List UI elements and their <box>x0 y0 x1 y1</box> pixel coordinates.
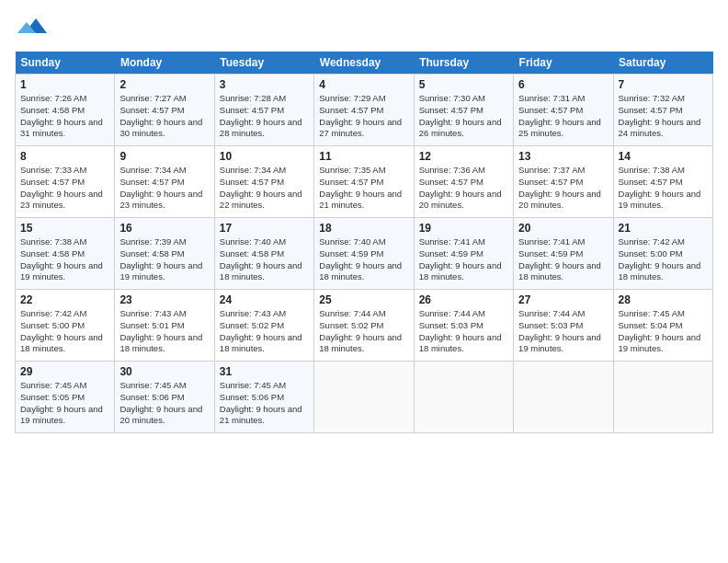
day-info: Sunrise: 7:29 AMSunset: 4:57 PMDaylight:… <box>319 93 408 140</box>
calendar-cell <box>314 362 414 433</box>
calendar-cell: 2Sunrise: 7:27 AMSunset: 4:57 PMDaylight… <box>115 75 214 146</box>
day-number: 7 <box>619 78 708 91</box>
day-number: 13 <box>518 150 608 163</box>
day-number: 18 <box>319 222 408 235</box>
day-info: Sunrise: 7:42 AMSunset: 5:00 PMDaylight:… <box>20 308 109 355</box>
weekday-wednesday: Wednesday <box>314 52 414 75</box>
day-info: Sunrise: 7:42 AMSunset: 5:00 PMDaylight:… <box>619 236 708 283</box>
day-number: 27 <box>518 293 608 306</box>
day-number: 25 <box>319 293 408 306</box>
day-number: 28 <box>619 293 708 306</box>
day-info: Sunrise: 7:40 AMSunset: 4:58 PMDaylight:… <box>220 236 309 283</box>
calendar-cell: 4Sunrise: 7:29 AMSunset: 4:57 PMDaylight… <box>314 75 414 146</box>
calendar-cell: 10Sunrise: 7:34 AMSunset: 4:57 PMDayligh… <box>214 146 313 218</box>
weekday-sunday: Sunday <box>16 52 115 75</box>
logo-text <box>15 15 47 40</box>
calendar-cell: 3Sunrise: 7:28 AMSunset: 4:57 PMDaylight… <box>214 75 313 146</box>
day-info: Sunrise: 7:44 AMSunset: 5:02 PMDaylight:… <box>319 308 408 355</box>
calendar-cell: 16Sunrise: 7:39 AMSunset: 4:58 PMDayligh… <box>115 218 214 290</box>
day-number: 15 <box>20 222 109 235</box>
day-info: Sunrise: 7:41 AMSunset: 4:59 PMDaylight:… <box>419 236 508 283</box>
calendar-week-3: 15Sunrise: 7:38 AMSunset: 4:58 PMDayligh… <box>16 218 713 290</box>
calendar-cell <box>613 362 712 433</box>
day-number: 23 <box>119 293 209 306</box>
calendar-cell: 22Sunrise: 7:42 AMSunset: 5:00 PMDayligh… <box>16 290 115 362</box>
day-number: 24 <box>220 293 309 306</box>
calendar-cell: 21Sunrise: 7:42 AMSunset: 5:00 PMDayligh… <box>613 218 712 290</box>
calendar-cell: 7Sunrise: 7:32 AMSunset: 4:57 PMDaylight… <box>613 75 712 146</box>
weekday-header-row: SundayMondayTuesdayWednesdayThursdayFrid… <box>16 52 713 75</box>
calendar-cell: 5Sunrise: 7:30 AMSunset: 4:57 PMDaylight… <box>414 75 513 146</box>
day-number: 5 <box>419 78 508 91</box>
calendar-cell: 29Sunrise: 7:45 AMSunset: 5:05 PMDayligh… <box>16 362 115 433</box>
weekday-thursday: Thursday <box>414 52 513 75</box>
calendar-week-5: 29Sunrise: 7:45 AMSunset: 5:05 PMDayligh… <box>16 362 713 433</box>
day-number: 4 <box>319 78 408 91</box>
calendar-cell: 24Sunrise: 7:43 AMSunset: 5:02 PMDayligh… <box>214 290 313 362</box>
day-info: Sunrise: 7:31 AMSunset: 4:57 PMDaylight:… <box>518 93 608 140</box>
calendar-table: SundayMondayTuesdayWednesdayThursdayFrid… <box>15 52 713 433</box>
day-info: Sunrise: 7:38 AMSunset: 4:57 PMDaylight:… <box>619 165 708 212</box>
calendar-header: SundayMondayTuesdayWednesdayThursdayFrid… <box>16 52 713 75</box>
day-info: Sunrise: 7:35 AMSunset: 4:57 PMDaylight:… <box>319 165 408 212</box>
day-number: 26 <box>419 293 508 306</box>
weekday-friday: Friday <box>514 52 613 75</box>
calendar-week-1: 1Sunrise: 7:26 AMSunset: 4:58 PMDaylight… <box>16 75 713 146</box>
day-info: Sunrise: 7:33 AMSunset: 4:57 PMDaylight:… <box>20 165 109 212</box>
calendar-cell: 6Sunrise: 7:31 AMSunset: 4:57 PMDaylight… <box>514 75 613 146</box>
day-number: 1 <box>20 78 109 91</box>
calendar-cell: 23Sunrise: 7:43 AMSunset: 5:01 PMDayligh… <box>115 290 214 362</box>
day-number: 29 <box>20 365 109 378</box>
calendar-cell: 9Sunrise: 7:34 AMSunset: 4:57 PMDaylight… <box>115 146 214 218</box>
logo <box>15 15 47 40</box>
calendar-cell: 27Sunrise: 7:44 AMSunset: 5:03 PMDayligh… <box>514 290 613 362</box>
day-number: 8 <box>20 150 109 163</box>
day-info: Sunrise: 7:43 AMSunset: 5:01 PMDaylight:… <box>119 308 209 355</box>
calendar-cell: 17Sunrise: 7:40 AMSunset: 4:58 PMDayligh… <box>214 218 313 290</box>
day-number: 10 <box>220 150 309 163</box>
day-info: Sunrise: 7:44 AMSunset: 5:03 PMDaylight:… <box>518 308 608 355</box>
day-info: Sunrise: 7:45 AMSunset: 5:04 PMDaylight:… <box>619 308 708 355</box>
day-info: Sunrise: 7:45 AMSunset: 5:06 PMDaylight:… <box>119 380 209 427</box>
day-info: Sunrise: 7:45 AMSunset: 5:06 PMDaylight:… <box>220 380 309 427</box>
day-info: Sunrise: 7:34 AMSunset: 4:57 PMDaylight:… <box>220 165 309 212</box>
day-number: 6 <box>518 78 608 91</box>
header <box>15 15 713 40</box>
day-number: 17 <box>220 222 309 235</box>
day-number: 16 <box>119 222 209 235</box>
day-number: 31 <box>220 365 309 378</box>
page-container: SundayMondayTuesdayWednesdayThursdayFrid… <box>0 0 728 442</box>
day-info: Sunrise: 7:40 AMSunset: 4:59 PMDaylight:… <box>319 236 408 283</box>
calendar-body: 1Sunrise: 7:26 AMSunset: 4:58 PMDaylight… <box>16 75 713 433</box>
calendar-cell: 13Sunrise: 7:37 AMSunset: 4:57 PMDayligh… <box>514 146 613 218</box>
calendar-cell: 12Sunrise: 7:36 AMSunset: 4:57 PMDayligh… <box>414 146 513 218</box>
day-number: 22 <box>20 293 109 306</box>
calendar-cell: 25Sunrise: 7:44 AMSunset: 5:02 PMDayligh… <box>314 290 414 362</box>
day-info: Sunrise: 7:43 AMSunset: 5:02 PMDaylight:… <box>220 308 309 355</box>
day-info: Sunrise: 7:26 AMSunset: 4:58 PMDaylight:… <box>20 93 109 140</box>
calendar-cell: 1Sunrise: 7:26 AMSunset: 4:58 PMDaylight… <box>16 75 115 146</box>
day-number: 9 <box>119 150 209 163</box>
day-info: Sunrise: 7:37 AMSunset: 4:57 PMDaylight:… <box>518 165 608 212</box>
day-info: Sunrise: 7:30 AMSunset: 4:57 PMDaylight:… <box>419 93 508 140</box>
calendar-cell: 28Sunrise: 7:45 AMSunset: 5:04 PMDayligh… <box>613 290 712 362</box>
day-number: 20 <box>518 222 608 235</box>
day-number: 14 <box>619 150 708 163</box>
day-number: 21 <box>619 222 708 235</box>
day-number: 3 <box>220 78 309 91</box>
weekday-monday: Monday <box>115 52 214 75</box>
day-info: Sunrise: 7:45 AMSunset: 5:05 PMDaylight:… <box>20 380 109 427</box>
day-number: 19 <box>419 222 508 235</box>
calendar-cell: 26Sunrise: 7:44 AMSunset: 5:03 PMDayligh… <box>414 290 513 362</box>
day-info: Sunrise: 7:38 AMSunset: 4:58 PMDaylight:… <box>20 236 109 283</box>
calendar-cell: 19Sunrise: 7:41 AMSunset: 4:59 PMDayligh… <box>414 218 513 290</box>
calendar-cell: 31Sunrise: 7:45 AMSunset: 5:06 PMDayligh… <box>214 362 313 433</box>
day-info: Sunrise: 7:36 AMSunset: 4:57 PMDaylight:… <box>419 165 508 212</box>
weekday-tuesday: Tuesday <box>214 52 313 75</box>
day-number: 12 <box>419 150 508 163</box>
day-info: Sunrise: 7:32 AMSunset: 4:57 PMDaylight:… <box>619 93 708 140</box>
day-info: Sunrise: 7:39 AMSunset: 4:58 PMDaylight:… <box>119 236 209 283</box>
day-info: Sunrise: 7:41 AMSunset: 4:59 PMDaylight:… <box>518 236 608 283</box>
calendar-cell: 15Sunrise: 7:38 AMSunset: 4:58 PMDayligh… <box>16 218 115 290</box>
calendar-cell <box>514 362 613 433</box>
